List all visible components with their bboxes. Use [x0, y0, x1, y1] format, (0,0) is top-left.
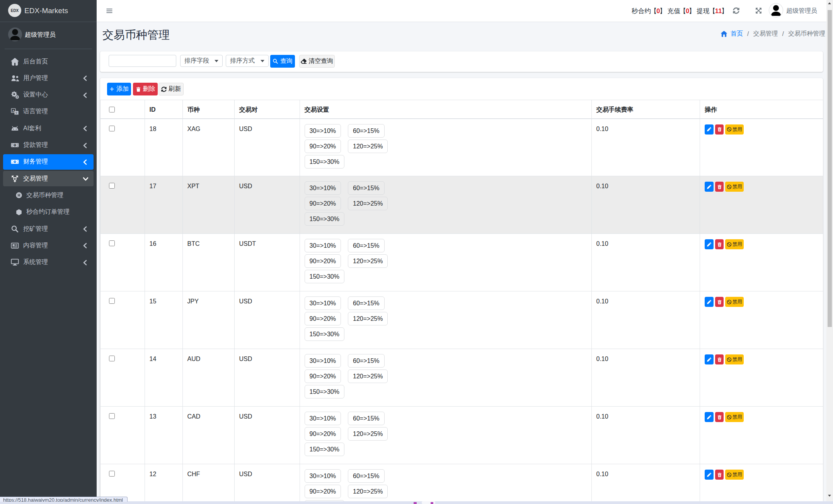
svg-text:A: A: [12, 109, 14, 112]
svg-text:文: 文: [15, 112, 18, 115]
